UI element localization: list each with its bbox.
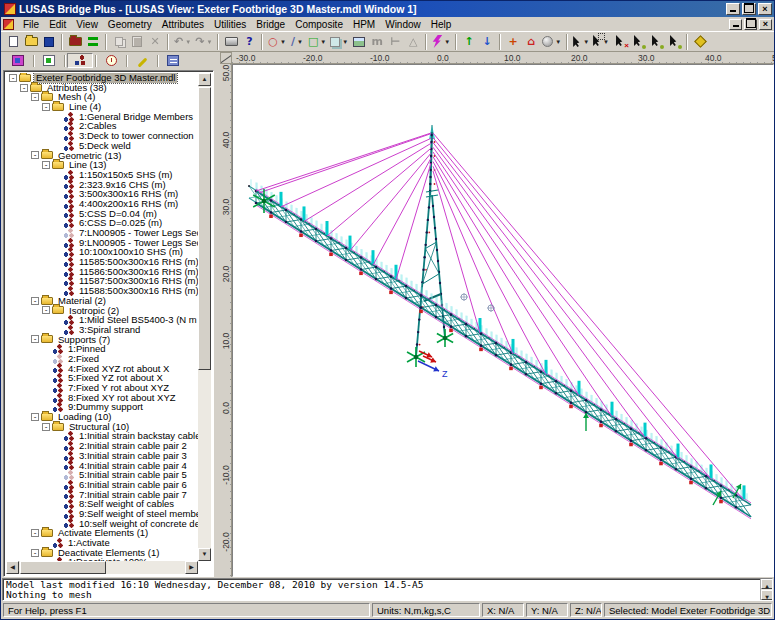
- select-cursor-button[interactable]: ▼: [571, 33, 591, 50]
- new-file-button[interactable]: [4, 33, 22, 50]
- mdi-restore-button[interactable]: [744, 19, 757, 30]
- dropdown-arrow-icon[interactable]: ▼: [320, 39, 326, 45]
- scroll-down-button[interactable]: ▼: [198, 548, 211, 561]
- tree-expand-box[interactable]: -: [42, 306, 50, 314]
- volume-tool[interactable]: ▼: [328, 33, 350, 50]
- open-file-button[interactable]: [22, 33, 40, 50]
- mdi-close-button[interactable]: ×: [759, 19, 772, 30]
- redo-button[interactable]: ↷▼: [193, 33, 214, 50]
- copy-button[interactable]: [110, 33, 128, 50]
- tab-analyses[interactable]: [98, 53, 124, 68]
- print-button[interactable]: [222, 33, 240, 50]
- tab-attributes[interactable]: [67, 53, 93, 68]
- close-button[interactable]: ×: [758, 3, 772, 15]
- scroll-thumb[interactable]: [198, 87, 211, 370]
- tab-utilities[interactable]: [129, 53, 155, 68]
- tree-folder[interactable]: -Mesh (4): [6, 92, 198, 102]
- geometric-button[interactable]: ⊢: [386, 33, 404, 50]
- scroll-left-button[interactable]: ◀: [6, 561, 19, 574]
- menu-attributes[interactable]: Attributes: [157, 19, 209, 30]
- dropdown-arrow-icon[interactable]: ▼: [297, 39, 303, 45]
- menu-hpm[interactable]: HPM: [348, 19, 380, 30]
- menu-help[interactable]: Help: [426, 19, 457, 30]
- output-scroll-down-button[interactable]: ▼: [761, 590, 773, 600]
- attribute-icon: [63, 247, 74, 257]
- point-tool[interactable]: ○▼: [266, 33, 288, 50]
- scroll-right-button[interactable]: ▶: [185, 561, 198, 574]
- menu-file[interactable]: File: [18, 19, 44, 30]
- dropdown-arrow-icon[interactable]: ▼: [583, 39, 589, 45]
- deselect-cursor-button[interactable]: ×: [611, 33, 629, 50]
- paste-button[interactable]: [128, 33, 146, 50]
- tree-expand-box[interactable]: -: [31, 151, 39, 159]
- menu-utilities[interactable]: Utilities: [209, 19, 251, 30]
- tree-expand-box[interactable]: -: [9, 74, 17, 82]
- undo-button[interactable]: ↶▼: [172, 33, 193, 50]
- select-flash-cursor-button[interactable]: [665, 33, 683, 50]
- tab-layers[interactable]: [5, 53, 31, 68]
- tree-horizontal-scrollbar[interactable]: ◀ ▶: [6, 561, 198, 574]
- redo-icon: ↷: [195, 36, 204, 47]
- dynamic-pan-button[interactable]: +: [504, 33, 522, 50]
- mdi-minimize-button[interactable]: [729, 19, 742, 30]
- cut-button[interactable]: ✕: [146, 33, 164, 50]
- tree-expand-box[interactable]: -: [42, 103, 50, 111]
- dropdown-arrow-icon[interactable]: ▼: [555, 39, 561, 45]
- select-line-cursor-button[interactable]: [647, 33, 665, 50]
- minimize-button[interactable]: [726, 3, 740, 15]
- model-canvas[interactable]: Z: [232, 64, 774, 577]
- tree-expand-box[interactable]: -: [31, 529, 39, 537]
- dropdown-arrow-icon[interactable]: ▼: [444, 39, 450, 45]
- tree-expand-box[interactable]: -: [31, 413, 39, 421]
- tree-expand-box[interactable]: -: [31, 93, 39, 101]
- help-button[interactable]: ?: [240, 33, 258, 50]
- dropdown-arrow-icon[interactable]: ▼: [206, 39, 212, 45]
- tab-reports[interactable]: [160, 53, 186, 68]
- loading-button[interactable]: △: [404, 33, 422, 50]
- menu-view[interactable]: View: [71, 19, 103, 30]
- menu-geometry[interactable]: Geometry: [103, 19, 157, 30]
- surface-tool[interactable]: □▼: [306, 33, 328, 50]
- output-scroll-up-button[interactable]: ▲: [761, 579, 773, 589]
- scroll-thumb-h[interactable]: [20, 561, 106, 574]
- scroll-up-button[interactable]: ▲: [198, 73, 211, 86]
- tree-expand-box[interactable]: -: [42, 423, 50, 431]
- output-scrollbar[interactable]: ▲ ▼: [760, 579, 772, 600]
- tree-expand-box[interactable]: -: [31, 549, 39, 557]
- menu-bridge[interactable]: Bridge: [251, 19, 290, 30]
- select-polygon-cursor-button[interactable]: [629, 33, 647, 50]
- dropdown-arrow-icon[interactable]: ▼: [185, 39, 191, 45]
- restore-button[interactable]: [742, 3, 756, 15]
- home-view-button[interactable]: ⌂: [522, 33, 540, 50]
- image-button[interactable]: [350, 33, 368, 50]
- tree-expand-box[interactable]: -: [31, 297, 39, 305]
- tree-expand-box[interactable]: -: [31, 335, 39, 343]
- bridge-model-svg[interactable]: Z: [233, 65, 775, 578]
- tree-folder[interactable]: -Attributes (38): [6, 83, 198, 93]
- open-model-button[interactable]: [66, 33, 84, 50]
- toolbar-separator: [455, 34, 457, 50]
- select-box-cursor-button[interactable]: ▼: [591, 33, 611, 50]
- tree-vertical-scrollbar[interactable]: ▲ ▼: [198, 73, 211, 561]
- menu-edit[interactable]: Edit: [44, 19, 71, 30]
- save-button[interactable]: [40, 33, 58, 50]
- tree-expand-box[interactable]: -: [42, 161, 50, 169]
- mesh-toggle-button[interactable]: [84, 33, 102, 50]
- folder-icon: [52, 161, 64, 169]
- dropdown-arrow-icon[interactable]: ▼: [280, 39, 286, 45]
- attributes-wizard-button[interactable]: ▼: [430, 33, 452, 50]
- annotation-button[interactable]: [691, 33, 709, 50]
- attribute-icon: [63, 489, 74, 499]
- menu-composite[interactable]: Composite: [290, 19, 348, 30]
- document-icon[interactable]: [3, 19, 14, 30]
- menu-window[interactable]: Window: [380, 19, 426, 30]
- line-tool[interactable]: /▼: [288, 33, 306, 50]
- deactivate-button[interactable]: ↓: [478, 33, 496, 50]
- activate-button[interactable]: ↑: [460, 33, 478, 50]
- tab-groups[interactable]: [36, 53, 62, 68]
- dropdown-arrow-icon[interactable]: ▼: [342, 39, 348, 45]
- rotate-view-button[interactable]: ▼: [540, 33, 563, 50]
- tree-expand-box[interactable]: -: [20, 84, 28, 92]
- tree-item[interactable]: 1:Pinned: [6, 344, 198, 354]
- mesh-button[interactable]: m: [368, 33, 386, 50]
